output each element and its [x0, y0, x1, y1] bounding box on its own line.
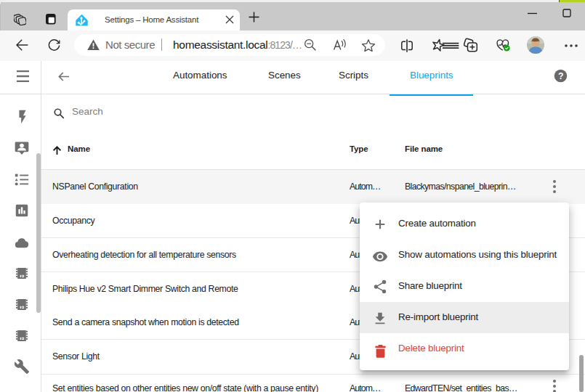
svg-text:?: ?	[558, 71, 563, 81]
